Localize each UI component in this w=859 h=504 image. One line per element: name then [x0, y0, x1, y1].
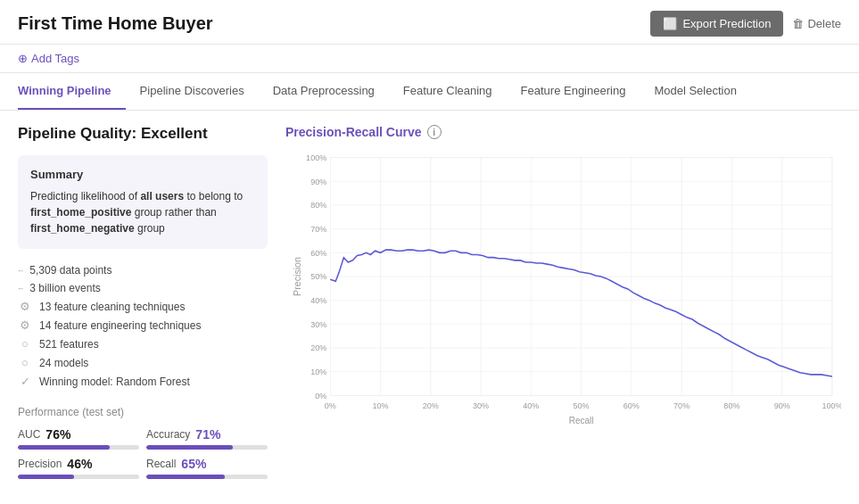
dots-icon: ···	[18, 266, 22, 276]
performance-title: Performance (test set)	[18, 405, 268, 418]
perf-precision: Precision 46%	[18, 457, 139, 479]
page-title: First Time Home Buyer	[18, 13, 213, 34]
chart-container: .axis-text { font-size: 9px; fill: #999;…	[285, 148, 841, 434]
left-panel: Pipeline Quality: Excellent Summary Pred…	[18, 125, 268, 479]
tab-data-preprocessing[interactable]: Data Preprocessing	[259, 73, 389, 110]
svg-text:10%: 10%	[310, 368, 326, 376]
stat-data-points: ··· 5,309 data points	[18, 261, 268, 279]
stat-features: ○ 521 features	[18, 335, 268, 353]
precision-progress-bar	[18, 475, 139, 479]
tab-model-selection[interactable]: Model Selection	[640, 73, 751, 110]
stats-list: ··· 5,309 data points ··· 3 billion even…	[18, 261, 268, 391]
precision-recall-chart: .axis-text { font-size: 9px; fill: #999;…	[285, 148, 841, 434]
svg-text:20%: 20%	[310, 343, 326, 352]
tab-winning-pipeline[interactable]: Winning Pipeline	[18, 73, 126, 110]
right-panel: Precision-Recall Curve i .axis-text { fo…	[285, 125, 841, 479]
svg-text:40%: 40%	[310, 296, 326, 305]
performance-section: Performance (test set) AUC 76% Accuracy	[18, 405, 268, 479]
export-prediction-button[interactable]: ⬜ Export Prediction	[650, 11, 783, 37]
svg-text:30%: 30%	[310, 319, 326, 328]
stat-cleaning: ⚙ 13 feature cleaning techniques	[18, 297, 268, 316]
auc-progress-bar	[18, 445, 139, 450]
perf-auc: AUC 76%	[18, 427, 139, 450]
stat-engineering: ⚙ 14 feature engineering techniques	[18, 316, 268, 335]
svg-text:50%: 50%	[574, 401, 590, 410]
export-icon: ⬜	[663, 17, 677, 30]
plus-circle-icon: ⊕	[18, 52, 28, 65]
delete-button[interactable]: 🗑 Delete	[792, 17, 841, 30]
svg-text:90%: 90%	[310, 177, 326, 186]
svg-text:60%: 60%	[624, 401, 640, 410]
summary-box: Summary Predicting likelihood of all use…	[18, 155, 268, 249]
stat-events: ··· 3 billion events	[18, 279, 268, 297]
summary-text: Predicting likelihood of all users to be…	[30, 188, 255, 236]
svg-text:Recall: Recall	[569, 416, 594, 426]
summary-title: Summary	[30, 168, 255, 181]
recall-progress-bar	[146, 475, 268, 479]
tab-pipeline-discoveries[interactable]: Pipeline Discoveries	[126, 73, 259, 110]
perf-accuracy: Accuracy 71%	[146, 427, 268, 450]
add-tags-button[interactable]: ⊕ Add Tags	[18, 52, 841, 65]
svg-text:50%: 50%	[310, 272, 326, 281]
accuracy-progress-bar	[146, 445, 268, 450]
page-header: First Time Home Buyer ⬜ Export Predictio…	[0, 0, 859, 45]
svg-text:10%: 10%	[372, 401, 388, 410]
perf-recall: Recall 65%	[146, 457, 268, 479]
gear-icon: ⚙	[18, 300, 32, 313]
main-content: Pipeline Quality: Excellent Summary Pred…	[0, 111, 859, 493]
trash-icon: 🗑	[792, 17, 804, 30]
svg-text:100%: 100%	[306, 153, 326, 162]
sub-header: ⊕ Add Tags	[0, 45, 859, 73]
dots-icon-2: ···	[18, 284, 22, 293]
performance-grid: AUC 76% Accuracy 71%	[18, 427, 268, 479]
tab-feature-engineering[interactable]: Feature Engineering	[507, 73, 640, 110]
svg-text:100%: 100%	[822, 401, 841, 410]
svg-text:0%: 0%	[315, 391, 326, 400]
svg-text:Precision: Precision	[293, 257, 302, 296]
check-icon: ✓	[18, 375, 32, 388]
header-actions: ⬜ Export Prediction 🗑 Delete	[650, 11, 841, 37]
svg-text:80%: 80%	[310, 201, 326, 210]
svg-text:40%: 40%	[523, 401, 539, 410]
svg-text:20%: 20%	[423, 401, 439, 410]
svg-text:30%: 30%	[473, 401, 489, 410]
tab-bar: Winning Pipeline Pipeline Discoveries Da…	[0, 73, 859, 111]
gear-icon-2: ⚙	[18, 318, 32, 332]
circle-icon: ○	[18, 337, 32, 351]
stat-winning-model: ✓ Winning model: Random Forest	[18, 372, 268, 391]
svg-text:90%: 90%	[774, 401, 790, 410]
svg-text:70%: 70%	[310, 225, 326, 234]
info-icon[interactable]: i	[427, 125, 442, 139]
pipeline-quality-label: Pipeline Quality: Excellent	[18, 125, 268, 143]
chart-title: Precision-Recall Curve i	[285, 125, 841, 139]
circle-icon-2: ○	[18, 356, 32, 369]
tab-feature-cleaning[interactable]: Feature Cleaning	[389, 73, 507, 110]
svg-text:80%: 80%	[723, 401, 739, 410]
svg-text:0%: 0%	[325, 401, 336, 410]
svg-text:60%: 60%	[310, 248, 326, 257]
stat-models: ○ 24 models	[18, 353, 268, 372]
svg-text:70%: 70%	[673, 401, 690, 410]
